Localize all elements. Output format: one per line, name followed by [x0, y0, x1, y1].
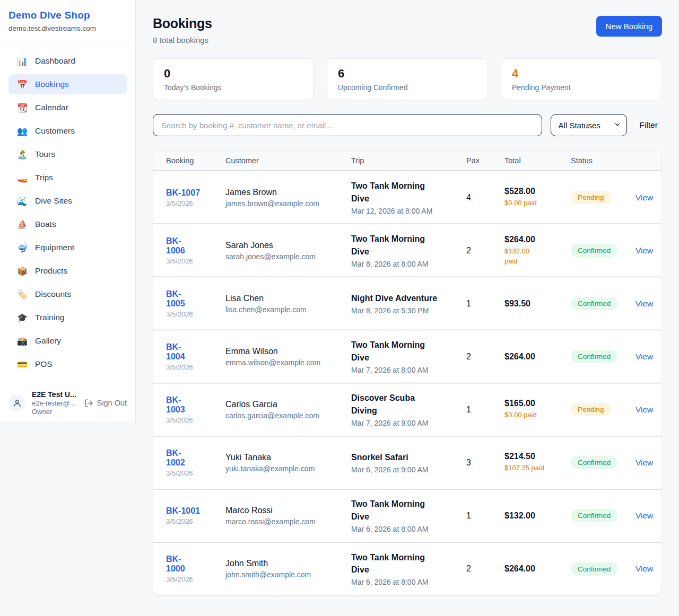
view-link[interactable]: View — [636, 352, 653, 361]
table-row: BK- 1003 3/5/2026 Carlos Garcia carlos.g… — [153, 383, 661, 436]
speedboat-icon: 🚤 — [17, 173, 28, 183]
trip-datetime: Mar 7, 2026 at 8:00 AM — [351, 366, 466, 374]
user-meta: E2E Test U... e2e-tester@... Owner — [32, 390, 78, 416]
user-email: e2e-tester@... — [32, 399, 78, 407]
stat-value: 4 — [512, 67, 651, 81]
sidebar-item-dashboard[interactable]: 📊 Dashboard — [8, 51, 127, 71]
column-header-booking: Booking — [153, 151, 225, 171]
column-header-trip: Trip — [351, 151, 466, 171]
sidebar-item-discounts[interactable]: 🏷️ Discounts — [8, 284, 127, 304]
booking-id-link[interactable]: BK-1007 — [166, 188, 200, 198]
sidebar-item-label: Boats — [35, 219, 56, 229]
people-icon: 👥 — [17, 126, 28, 136]
booking-id-link[interactable]: BK- 1006 — [166, 236, 185, 256]
customer-name: James Brown — [225, 188, 351, 197]
column-header-status: Status — [571, 151, 636, 171]
sidebar-item-trips[interactable]: 🚤 Trips — [8, 168, 127, 188]
sidebar-item-training[interactable]: 🎓 Training — [8, 307, 127, 328]
sidebar-item-label: Gallery — [35, 336, 61, 346]
total-amount: $132.00 — [504, 511, 571, 521]
status-badge: Confirmed — [571, 244, 617, 257]
sidebar-item-label: Tours — [35, 149, 55, 159]
booking-id-link[interactable]: BK-1001 — [166, 506, 200, 516]
pax-count: 1 — [466, 511, 504, 521]
page-subtitle: 8 total bookings — [153, 36, 212, 45]
view-link[interactable]: View — [636, 405, 653, 414]
sidebar-item-label: Dashboard — [35, 56, 75, 66]
total-amount: $264.00 — [504, 564, 571, 574]
view-link[interactable]: View — [636, 299, 653, 308]
trip-datetime: Mar 12, 2026 at 8:00 AM — [351, 207, 466, 215]
trip-datetime: Mar 8, 2026 at 5:30 PM — [351, 306, 466, 315]
sidebar-item-label: Customers — [35, 126, 75, 136]
sidebar-item-tours[interactable]: 🏝️ Tours — [8, 144, 127, 164]
total-amount: $165.00 — [504, 399, 571, 408]
status-select[interactable]: All Statuses — [551, 114, 627, 136]
table-body: BK-1007 3/5/2026 James Brown james.brown… — [153, 171, 661, 595]
sidebar-item-label: Bookings — [35, 80, 69, 89]
shop-name: Demo Dive Shop — [8, 10, 127, 21]
camera-icon: 📸 — [17, 336, 28, 346]
total-amount: $93.50 — [504, 299, 571, 309]
total-amount: $528.00 — [504, 187, 571, 196]
booking-id-link[interactable]: BK- 1002 — [166, 448, 185, 468]
island-icon: 🏝️ — [17, 149, 28, 160]
sidebar-item-label: Calendar — [35, 103, 68, 112]
sidebar-item-gallery[interactable]: 📸 Gallery — [8, 331, 127, 351]
column-header-total: Total — [504, 151, 571, 171]
view-link[interactable]: View — [636, 564, 653, 573]
view-link[interactable]: View — [636, 193, 653, 202]
booking-id-link[interactable]: BK- 1003 — [166, 395, 185, 415]
customer-email: sarah.jones@example.com — [225, 252, 351, 261]
table-row: BK- 1006 3/5/2026 Sarah Jones sarah.jone… — [153, 224, 661, 277]
sidebar-item-label: Trips — [35, 173, 53, 182]
bookings-table: Booking Customer Trip Pax Total Status B… — [153, 150, 662, 596]
sidebar-item-equipment[interactable]: 🤿 Equipment — [8, 237, 127, 258]
sidebar-item-boats[interactable]: ⛵ Boats — [8, 214, 127, 234]
search-input[interactable] — [153, 114, 542, 136]
customer-name: Lisa Chen — [225, 294, 351, 303]
sidebar-item-label: Equipment — [35, 243, 74, 252]
customer-email: james.brown@example.com — [225, 199, 351, 208]
view-link[interactable]: View — [636, 511, 653, 520]
tear-off-calendar-icon: 📆 — [17, 103, 28, 113]
trip-name: Two Tank Morning Dive — [351, 339, 466, 363]
booking-id-link[interactable]: BK- 1005 — [166, 289, 185, 309]
status-select-wrap: All Statuses — [551, 114, 627, 136]
new-booking-button[interactable]: New Booking — [596, 16, 662, 37]
sidebar-item-products[interactable]: 📦 Products — [8, 261, 127, 281]
view-link[interactable]: View — [636, 246, 653, 255]
sidebar-item-dive-sites[interactable]: 🌊 Dive Sites — [8, 191, 127, 211]
trip-name: Snorkel Safari — [351, 451, 466, 463]
paid-amount: $0.00 paid — [504, 198, 571, 208]
package-icon: 📦 — [17, 266, 28, 276]
sidebar-item-bookings[interactable]: 📅 Bookings — [8, 74, 127, 94]
sailboat-icon: ⛵ — [17, 219, 28, 230]
graduation-cap-icon: 🎓 — [17, 313, 28, 323]
table-row: BK-1007 3/5/2026 James Brown james.brown… — [153, 171, 661, 224]
booking-date: 3/5/2026 — [166, 469, 225, 477]
customer-email: emma.wilson@example.com — [225, 358, 351, 367]
customer-name: Marco Rossi — [225, 506, 351, 515]
sign-out-button[interactable]: Sign Out — [84, 399, 127, 408]
view-link[interactable]: View — [636, 458, 653, 467]
trip-name: Two Tank Morning Dive — [351, 233, 466, 257]
diving-mask-icon: 🤿 — [17, 243, 28, 253]
user-name: E2E Test U... — [32, 390, 78, 399]
column-header-customer: Customer — [225, 151, 351, 171]
page-header: Bookings 8 total bookings New Booking — [153, 16, 662, 45]
filter-button[interactable]: Filter — [636, 120, 662, 130]
booking-id-link[interactable]: BK- 1004 — [166, 342, 185, 362]
total-amount: $264.00 — [504, 352, 571, 362]
status-badge: Confirmed — [571, 456, 617, 469]
trip-datetime: Mar 8, 2026 at 8:00 AM — [351, 260, 466, 268]
filter-row: All Statuses Filter — [153, 114, 662, 136]
sidebar-item-pos[interactable]: 💳 POS — [8, 354, 127, 374]
customer-email: marco.rossi@example.com — [225, 517, 351, 526]
sidebar-item-calendar[interactable]: 📆 Calendar — [8, 98, 127, 118]
pax-count: 2 — [466, 564, 504, 574]
sidebar-item-customers[interactable]: 👥 Customers — [8, 121, 127, 141]
column-header-pax: Pax — [466, 151, 504, 171]
booking-id-link[interactable]: BK- 1000 — [166, 555, 185, 574]
sign-out-label: Sign Out — [97, 399, 127, 407]
